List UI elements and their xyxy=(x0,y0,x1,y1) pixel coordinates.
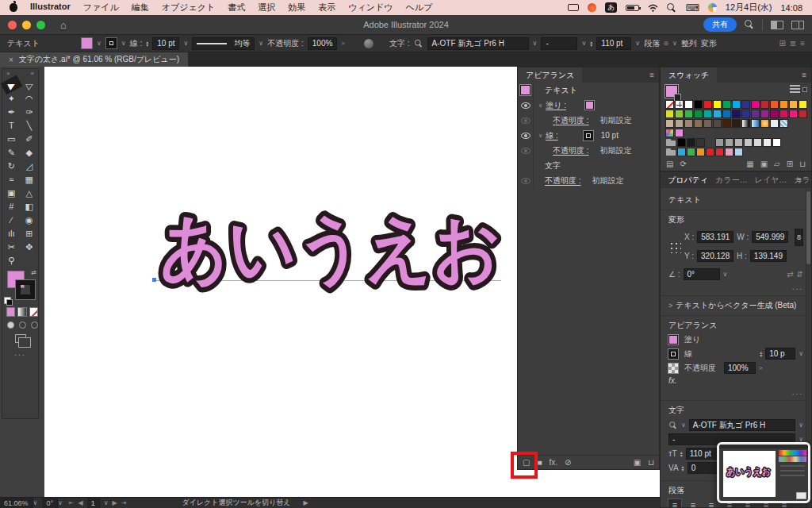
menu-help[interactable]: ヘルプ xyxy=(406,2,433,13)
swatch[interactable] xyxy=(696,148,705,156)
stroke-row-label[interactable]: 線 : xyxy=(546,130,558,141)
properties-fill-label[interactable]: 塗り xyxy=(684,334,700,345)
swatch[interactable] xyxy=(722,100,731,109)
swatches-panel-tab[interactable]: スウォッチ xyxy=(661,67,717,83)
stroke-style-dropdown-icon[interactable]: ∨ xyxy=(259,40,263,47)
swatch[interactable] xyxy=(770,100,779,109)
stroke-opacity-visibility-icon[interactable] xyxy=(521,148,530,154)
color-themes-button[interactable]: ⟳ xyxy=(680,160,686,168)
perspective-grid-tool[interactable]: △ xyxy=(21,187,39,199)
draw-normal-icon[interactable] xyxy=(7,321,14,329)
swatch-libraries-button[interactable]: ▤ xyxy=(666,160,673,168)
align-link[interactable]: 整列 xyxy=(681,38,697,49)
tab-color[interactable]: カラー… xyxy=(715,175,747,186)
transform-link[interactable]: 変形 xyxy=(701,38,717,49)
characters-label[interactable]: 文字 xyxy=(545,160,561,171)
properties-panel-menu-icon[interactable]: ≡ xyxy=(797,175,802,184)
w-field[interactable]: 549.999 xyxy=(752,231,788,243)
expand-chevron-icon[interactable]: > xyxy=(668,302,672,310)
text-opacity-visibility-icon[interactable] xyxy=(521,178,530,184)
swatch[interactable] xyxy=(725,138,733,147)
paragraph-link[interactable]: 段落 xyxy=(644,38,660,49)
stroke-opacity-label[interactable]: 不透明度 : xyxy=(553,145,589,156)
keyboard-icon[interactable]: ⌨ xyxy=(685,3,699,13)
swatch[interactable] xyxy=(734,148,743,156)
grid-view-selected[interactable] xyxy=(803,88,806,91)
properties-opacity-field[interactable]: 100% xyxy=(724,362,756,374)
menu-effect[interactable]: 効果 xyxy=(288,2,305,13)
scale-tool[interactable]: ◿ xyxy=(21,160,39,172)
add-new-fill-button[interactable]: ■ xyxy=(537,458,542,467)
constrain-proportions-icon[interactable]: 8 xyxy=(795,229,803,246)
properties-scrollbar-thumb[interactable] xyxy=(806,191,810,264)
swatch[interactable] xyxy=(799,100,807,109)
screen-mirroring-icon[interactable] xyxy=(568,4,579,11)
swatch[interactable] xyxy=(694,110,703,118)
swatch[interactable] xyxy=(789,110,798,118)
effects-button[interactable]: fx. xyxy=(668,376,677,385)
swatch[interactable] xyxy=(713,119,722,128)
text-to-vector-row[interactable]: > テキストからベクター生成 (Beta) xyxy=(668,300,803,311)
fill-opacity-row[interactable]: 不透明度 : 初期設定 xyxy=(518,113,659,128)
color-button[interactable] xyxy=(6,307,15,317)
swatch[interactable] xyxy=(732,119,741,128)
isolate-icon[interactable]: ⊞ xyxy=(779,39,785,48)
appearance-fill-row[interactable]: ∨ 塗り : xyxy=(518,98,659,113)
menu-clock[interactable]: 14:08 xyxy=(780,3,802,13)
tab-properties[interactable]: プロパティ xyxy=(668,175,708,186)
zoom-tool[interactable]: ⚲ xyxy=(2,254,21,267)
none-button[interactable] xyxy=(29,307,38,317)
magic-wand-tool[interactable]: ✦ xyxy=(2,92,21,105)
swatch[interactable] xyxy=(684,119,693,128)
transform-more-options[interactable]: ... xyxy=(668,283,803,291)
spotlight-search-icon[interactable] xyxy=(667,3,676,13)
swatches-panel-menu-icon[interactable]: ≡ xyxy=(802,71,806,79)
swatch[interactable] xyxy=(684,110,693,118)
swatch[interactable] xyxy=(799,110,807,118)
properties-stroke-stepper[interactable]: ▴▾ xyxy=(760,351,762,357)
tracking-stepper[interactable]: ▴▾ xyxy=(682,465,684,471)
tab-layers[interactable]: レイヤ… xyxy=(755,175,787,186)
shape-builder-tool[interactable]: ▣ xyxy=(2,187,21,199)
properties-fill-row[interactable]: 塗り xyxy=(668,334,803,345)
close-window-button[interactable] xyxy=(8,21,17,29)
minimize-window-button[interactable] xyxy=(22,21,31,29)
menu-file[interactable]: ファイル xyxy=(83,2,119,13)
zoom-dropdown-icon[interactable]: ∨ xyxy=(33,499,38,506)
swatch[interactable] xyxy=(677,138,686,147)
appearance-panel-menu-icon[interactable]: ≡ xyxy=(649,71,654,79)
stroke-style-dropdown[interactable]: 均等 xyxy=(192,37,255,50)
clear-appearance-button[interactable]: ⊘ xyxy=(565,458,571,467)
properties-fill-swatch[interactable] xyxy=(668,335,678,344)
swatch[interactable] xyxy=(694,119,703,128)
fill-color-swatch[interactable] xyxy=(81,37,93,49)
fill-color-swatch[interactable] xyxy=(585,101,594,110)
font-family-field[interactable]: A-OTF 新丸ゴ Pr6 H xyxy=(427,37,529,50)
control-center-icon[interactable] xyxy=(708,3,717,12)
draw-behind-icon[interactable] xyxy=(19,321,26,329)
current-swatch[interactable] xyxy=(665,85,678,98)
menu-select[interactable]: 選択 xyxy=(258,2,275,13)
flip-horizontal-icon[interactable]: ⇄ xyxy=(787,270,793,279)
swatch[interactable] xyxy=(694,100,703,109)
swatch[interactable] xyxy=(713,100,722,109)
type-tool[interactable]: T xyxy=(2,119,21,132)
properties-opacity-row[interactable]: 不透明度 100% > xyxy=(668,362,803,374)
swatch[interactable] xyxy=(715,148,724,156)
swatch[interactable] xyxy=(665,110,674,118)
eyedropper-tool[interactable]: ∕ xyxy=(2,214,21,226)
gradient-tool[interactable]: ◧ xyxy=(21,200,39,213)
swatch[interactable] xyxy=(760,110,769,118)
screen-mode-icon[interactable] xyxy=(15,334,26,343)
apple-menu-icon[interactable] xyxy=(10,3,17,12)
properties-opacity-expand-icon[interactable]: > xyxy=(759,364,763,371)
swatch[interactable] xyxy=(770,119,779,128)
font-size-field[interactable]: 110 pt xyxy=(596,37,631,50)
swatch[interactable] xyxy=(770,110,779,118)
rotation-dropdown-icon[interactable]: ∨ xyxy=(723,271,728,278)
canvas-text[interactable]: あいうえお xyxy=(160,207,501,289)
color-group-folder-icon[interactable] xyxy=(665,148,676,156)
swatch[interactable] xyxy=(763,138,772,147)
eraser-tool[interactable]: ◆ xyxy=(21,146,39,159)
menu-illustrator[interactable]: Illustrator xyxy=(30,2,71,13)
